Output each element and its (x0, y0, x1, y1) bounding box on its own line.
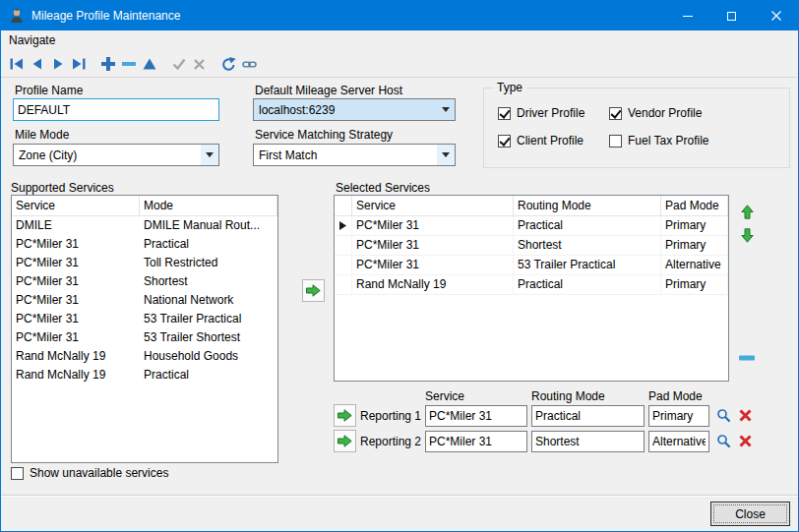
supported-services-list[interactable]: Service Mode DMILEDMILE Manual Rout...PC… (11, 195, 278, 463)
copy-to-reporting-2-button[interactable] (334, 430, 356, 452)
type-checkboxes: Driver ProfileVendor ProfileClient Profi… (498, 106, 708, 148)
last-record-button[interactable] (68, 54, 89, 75)
cell-routing-mode: Shortest (514, 236, 661, 255)
titlebar[interactable]: Mileage Profile Maintenance (1, 1, 798, 30)
minimize-icon (683, 16, 693, 17)
checkbox-box (609, 135, 622, 148)
cancel-changes-button[interactable] (189, 54, 210, 75)
cell-service: PC*Miler 31 (352, 236, 514, 255)
cell-service: PC*Miler 31 (12, 310, 140, 328)
move-selected-down-button[interactable] (736, 224, 758, 246)
add-to-selected-button[interactable] (302, 279, 325, 302)
cell-pad-mode: Primary (661, 275, 728, 294)
delete-record-icon (122, 57, 136, 71)
menu-navigate[interactable]: Navigate (1, 30, 63, 51)
toolbar (1, 51, 798, 78)
cell-mode: Practical (140, 366, 277, 384)
cell-mode: DMILE Manual Rout... (140, 216, 277, 235)
reporting-2-clear-button[interactable] (735, 432, 755, 451)
selected-service-row[interactable]: PC*Miler 3153 Trailer PracticalAlternati… (335, 256, 728, 275)
cell-service: PC*Miler 31 (12, 328, 140, 347)
reporting-2-service-input[interactable] (425, 431, 527, 452)
accept-changes-button[interactable] (168, 54, 189, 75)
close-button[interactable]: Close (710, 502, 790, 526)
reporting-2-pad-mode-input[interactable] (648, 431, 709, 452)
chevron-down-icon (437, 145, 455, 165)
reporting-1-routing-mode-input[interactable] (531, 405, 645, 427)
app-icon (9, 8, 25, 24)
checkbox-driver-profile[interactable]: Driver Profile (498, 106, 609, 120)
matching-strategy-combo[interactable]: First Match (253, 144, 456, 166)
selected-service-row[interactable]: PC*Miler 31ShortestPrimary (335, 236, 728, 256)
checkbox-box (498, 107, 511, 120)
supported-service-row[interactable]: Rand McNally 19Practical (12, 366, 277, 384)
profile-name-input[interactable] (13, 98, 219, 121)
selected-services-grid[interactable]: Service Routing Mode Pad Mode PC*Miler 3… (334, 195, 729, 382)
delete-record-button[interactable] (118, 54, 139, 75)
reporting-1-service-input[interactable] (425, 405, 527, 427)
server-host-combo[interactable]: localhost:6239 (253, 98, 456, 121)
selected-service-row[interactable]: Rand McNally 19PracticalPrimary (335, 275, 728, 295)
remove-minus-icon (739, 355, 755, 361)
first-record-icon (10, 58, 24, 70)
reporting-column-headers: Service Routing Mode Pad Mode (425, 389, 709, 403)
previous-record-icon (31, 58, 43, 70)
supported-services-header: Service Mode (12, 196, 277, 216)
refresh-button[interactable] (218, 54, 239, 75)
supported-service-row[interactable]: PC*Miler 3153 Trailer Practical (12, 310, 277, 328)
supported-service-row[interactable]: Rand McNally 19Household Goods (12, 347, 277, 366)
link-button[interactable] (239, 54, 260, 75)
next-record-button[interactable] (47, 54, 68, 75)
reporting-1-pad-mode-input[interactable] (648, 405, 709, 427)
link-icon (242, 58, 257, 71)
maximize-button[interactable] (709, 1, 754, 30)
move-selected-up-button[interactable] (736, 201, 758, 222)
close-window-button[interactable] (754, 1, 798, 30)
checkbox-client-profile[interactable]: Client Profile (498, 134, 609, 148)
selected-services-rows: PC*Miler 31PracticalPrimaryPC*Miler 31Sh… (335, 216, 728, 295)
cell-mode: Practical (140, 235, 277, 254)
supported-service-row[interactable]: DMILEDMILE Manual Rout... (12, 216, 277, 235)
reporting-2-lookup-button[interactable] (713, 432, 733, 451)
column-header-mode: Mode (140, 196, 277, 215)
show-unavailable-checkbox[interactable]: Show unavailable services (11, 466, 168, 480)
reporting-row: Reporting 2 (334, 430, 755, 452)
supported-service-row[interactable]: PC*Miler 31National Network (12, 291, 277, 310)
remove-selected-button[interactable] (736, 347, 758, 369)
cell-service: DMILE (12, 216, 140, 235)
reporting-1-lookup-button[interactable] (713, 406, 733, 426)
checkbox-box (609, 107, 622, 120)
cell-mode: 53 Trailer Shortest (140, 328, 277, 347)
column-header-routing-mode: Routing Mode (514, 196, 661, 215)
first-record-button[interactable] (6, 54, 27, 75)
reporting-2-routing-mode-input[interactable] (531, 431, 645, 452)
show-unavailable-label: Show unavailable services (30, 466, 168, 480)
footer-separator (1, 495, 798, 497)
matching-strategy-label: Service Matching Strategy (255, 128, 393, 142)
checkbox-fuel-tax-profile[interactable]: Fuel Tax Profile (609, 134, 708, 148)
supported-service-row[interactable]: PC*Miler 31Toll Restricted (12, 254, 277, 272)
supported-service-row[interactable]: PC*Miler 31Practical (12, 235, 277, 254)
mile-mode-combo[interactable]: Zone (City) (13, 144, 219, 166)
reporting-header-pad-mode: Pad Mode (648, 389, 709, 403)
minimize-button[interactable] (665, 1, 709, 30)
selected-service-row[interactable]: PC*Miler 31PracticalPrimary (335, 216, 728, 236)
row-selector-header (335, 196, 352, 215)
lookup-magnifier-icon (716, 408, 731, 423)
reporting-1-clear-button[interactable] (735, 406, 755, 426)
window-title: Mileage Profile Maintenance (31, 9, 180, 23)
previous-record-button[interactable] (27, 54, 47, 75)
row-selector-cell (335, 275, 352, 294)
copy-to-reporting-1-button[interactable] (334, 404, 356, 427)
server-host-value: localhost:6239 (254, 103, 437, 117)
cell-service: PC*Miler 31 (352, 216, 514, 235)
reporting-1-label: Reporting 1 (360, 409, 421, 423)
move-up-button[interactable] (139, 54, 159, 75)
lookup-magnifier-icon (716, 434, 731, 448)
supported-service-row[interactable]: PC*Miler 3153 Trailer Shortest (12, 328, 277, 347)
supported-service-row[interactable]: PC*Miler 31Shortest (12, 272, 277, 291)
add-record-button[interactable] (97, 54, 118, 75)
reporting-2-label: Reporting 2 (360, 435, 421, 448)
close-icon (771, 11, 781, 21)
checkbox-vendor-profile[interactable]: Vendor Profile (609, 106, 708, 120)
